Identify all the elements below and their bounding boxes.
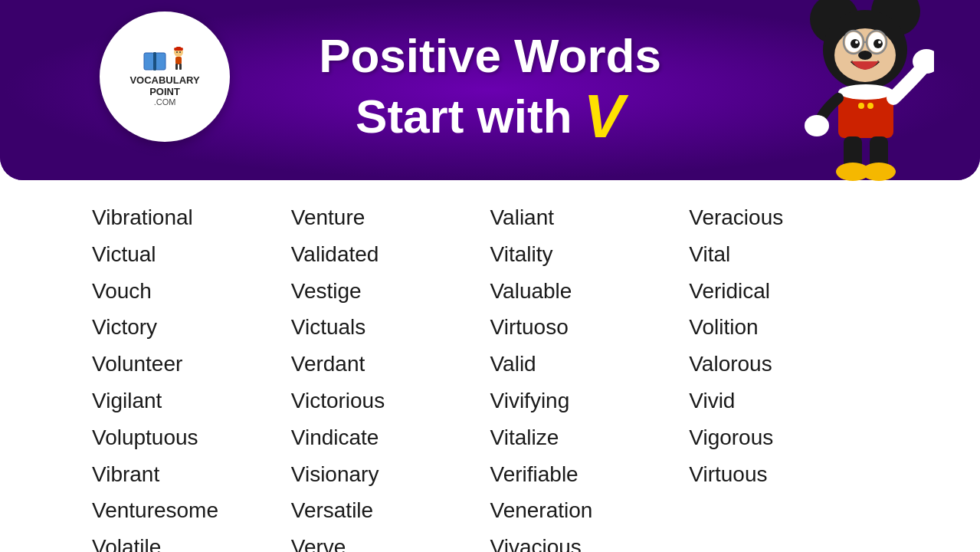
- word-vitality: Vitality: [490, 236, 690, 273]
- book-icon: [143, 51, 167, 73]
- word-veracious: Veracious: [689, 199, 888, 236]
- svg-point-30: [805, 115, 829, 136]
- logo-text-vocabulary: VOCABULARY: [129, 75, 199, 86]
- logo-text-com: .COM: [154, 97, 176, 107]
- svg-rect-8: [179, 64, 182, 70]
- word-veneration: Veneration: [490, 492, 690, 529]
- word-column-4: Veracious Vital Veridical Volition Valor…: [689, 199, 888, 552]
- svg-rect-7: [175, 64, 178, 70]
- svg-point-27: [858, 103, 864, 109]
- word-validated: Validated: [291, 236, 490, 273]
- title-container: Positive Words Start with V: [319, 30, 661, 150]
- word-column-3: Valiant Vitality Valuable Virtuoso Valid…: [490, 199, 690, 552]
- word-vestige: Vestige: [291, 273, 490, 310]
- word-valorous: Valorous: [689, 346, 888, 383]
- mickey-character: [796, 0, 934, 192]
- mickey-svg: [796, 0, 934, 192]
- svg-rect-5: [176, 47, 181, 49]
- svg-point-19: [855, 41, 858, 44]
- word-verdant: Verdant: [291, 346, 490, 383]
- word-victorious: Victorious: [291, 383, 490, 419]
- header-banner: VOCABULARY POINT .COM Positive Words Sta…: [0, 0, 980, 180]
- svg-point-20: [878, 41, 881, 44]
- word-verve: Verve: [291, 529, 490, 552]
- word-volatile: Volatile: [92, 529, 291, 552]
- word-vivifying: Vivifying: [490, 383, 690, 419]
- word-virtuoso: Virtuoso: [490, 309, 690, 346]
- word-virtuous: Virtuous: [689, 456, 888, 493]
- svg-rect-0: [144, 53, 154, 70]
- word-volition: Volition: [689, 309, 888, 346]
- word-vivid: Vivid: [689, 383, 888, 419]
- svg-point-10: [179, 51, 181, 53]
- title-line2-text: Start with: [356, 90, 572, 143]
- words-section: Vibrational Victual Vouch Victory Volunt…: [0, 184, 980, 552]
- word-vigorous: Vigorous: [689, 419, 888, 456]
- svg-point-28: [867, 103, 873, 109]
- svg-point-17: [851, 39, 860, 48]
- word-vitalize: Vitalize: [490, 419, 690, 456]
- word-vindicate: Vindicate: [291, 419, 490, 456]
- svg-point-18: [873, 39, 883, 48]
- word-vibrant: Vibrant: [92, 456, 291, 493]
- svg-point-26: [838, 84, 893, 100]
- word-voluptuous: Voluptuous: [92, 419, 291, 456]
- word-column-1: Vibrational Victual Vouch Victory Volunt…: [92, 199, 291, 552]
- logo-circle: VOCABULARY POINT .COM: [100, 12, 230, 142]
- word-vital: Vital: [689, 236, 888, 273]
- word-vigilant: Vigilant: [92, 383, 291, 419]
- character-icon: [170, 47, 187, 73]
- word-versatile: Versatile: [291, 492, 490, 529]
- word-vivacious: Vivacious: [490, 529, 690, 552]
- word-vouch: Vouch: [92, 273, 291, 310]
- word-valid: Valid: [490, 346, 690, 383]
- svg-point-34: [862, 163, 896, 181]
- svg-point-9: [176, 51, 178, 53]
- word-volunteer: Volunteer: [92, 346, 291, 383]
- word-vibrational: Vibrational: [92, 199, 291, 236]
- word-veridical: Veridical: [689, 273, 888, 310]
- word-valiant: Valiant: [490, 199, 690, 236]
- title-line1: Positive Words: [319, 30, 661, 82]
- title-letter-v: V: [584, 83, 624, 150]
- title-line2: Start with V: [319, 83, 661, 150]
- word-visionary: Visionary: [291, 456, 490, 493]
- svg-rect-6: [175, 57, 182, 64]
- word-victual: Victual: [92, 236, 291, 273]
- word-verifiable: Verifiable: [490, 456, 690, 493]
- svg-rect-2: [153, 52, 156, 71]
- logo-text-point: POINT: [149, 87, 180, 97]
- word-venturesome: Venturesome: [92, 492, 291, 529]
- svg-rect-1: [156, 53, 166, 70]
- word-victory: Victory: [92, 309, 291, 346]
- word-victuals: Victuals: [291, 309, 490, 346]
- word-valuable: Valuable: [490, 273, 690, 310]
- word-column-2: Venture Validated Vestige Victuals Verda…: [291, 199, 490, 552]
- word-venture: Venture: [291, 199, 490, 236]
